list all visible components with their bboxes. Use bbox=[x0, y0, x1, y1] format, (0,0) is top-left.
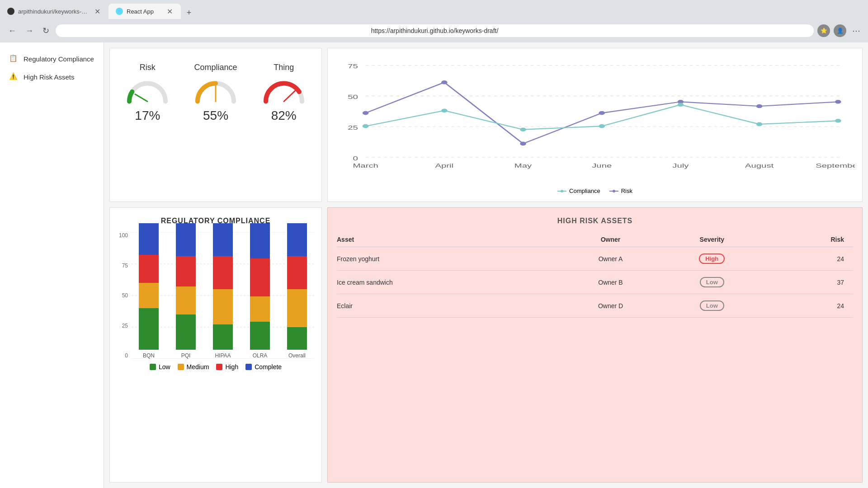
url-input[interactable] bbox=[56, 24, 814, 37]
bar-hipaa-medium bbox=[213, 289, 233, 324]
sidebar-item-high-risk-assets[interactable]: ⚠️ High Risk Assets bbox=[0, 68, 104, 86]
svg-text:0: 0 bbox=[353, 155, 358, 161]
gauge-thing: Thing 82% bbox=[253, 56, 314, 194]
profile-icon[interactable]: 👤 bbox=[834, 24, 846, 37]
y-label-0: 0 bbox=[117, 352, 128, 359]
bar-bqn-high bbox=[139, 255, 159, 283]
cell-severity-2: Low bbox=[660, 271, 764, 294]
bar-overall-complete bbox=[287, 223, 307, 256]
risk-table-title: HIGH RISK ASSETS bbox=[337, 217, 853, 225]
tab-react[interactable]: React App ✕ bbox=[108, 4, 181, 19]
line-chart-panel: 0 25 50 75 bbox=[327, 48, 863, 202]
svg-line-0 bbox=[135, 94, 147, 102]
back-button[interactable]: ← bbox=[5, 24, 19, 38]
extensions-icon[interactable]: ⭐ bbox=[817, 24, 830, 37]
cell-risk-2: 37 bbox=[764, 271, 853, 294]
gauge-compliance: Compliance 55% bbox=[185, 56, 246, 194]
app-container: 📋 Regulatory Compliance ⚠️ High Risk Ass… bbox=[0, 42, 868, 488]
bar-overall-high bbox=[287, 256, 307, 289]
legend-low-dot bbox=[150, 364, 156, 370]
svg-line-2 bbox=[284, 91, 295, 102]
cell-asset-1: Frozen yoghurt bbox=[337, 247, 561, 271]
severity-badge-high-1: High bbox=[699, 253, 725, 264]
bar-pqi-medium bbox=[176, 286, 196, 314]
cell-asset-2: Ice cream sandwich bbox=[337, 271, 561, 294]
gauge-thing-title: Thing bbox=[257, 63, 311, 72]
svg-point-21 bbox=[599, 124, 605, 128]
bar-pqi-complete bbox=[176, 223, 196, 256]
menu-icon[interactable]: ⋯ bbox=[850, 24, 863, 37]
svg-point-22 bbox=[678, 103, 684, 107]
col-risk: Risk bbox=[764, 232, 853, 247]
legend-low-label: Low bbox=[159, 363, 170, 371]
react-favicon bbox=[116, 8, 123, 15]
bar-bqn-low bbox=[139, 308, 159, 350]
bar-hipaa-label: HIPAA bbox=[215, 352, 231, 359]
sidebar-item-risk-label: High Risk Assets bbox=[24, 73, 75, 81]
bar-olra-label: OLRA bbox=[253, 352, 268, 359]
svg-point-11 bbox=[363, 111, 369, 115]
legend-medium: Medium bbox=[178, 363, 209, 371]
line-chart-svg: 0 25 50 75 bbox=[335, 56, 855, 182]
y-label-75: 75 bbox=[117, 263, 128, 269]
svg-point-33 bbox=[561, 190, 563, 192]
severity-badge-low-2: Low bbox=[700, 277, 724, 287]
cell-severity-3: Low bbox=[660, 294, 764, 318]
gauge-compliance-value: 55% bbox=[189, 108, 243, 123]
bar-overall-low bbox=[287, 327, 307, 350]
legend-risk: Risk bbox=[609, 188, 632, 194]
bar-bqn-label: BQN bbox=[143, 352, 155, 359]
bar-pqi-low bbox=[176, 314, 196, 350]
y-label-25: 25 bbox=[117, 323, 128, 329]
svg-point-17 bbox=[835, 100, 841, 104]
reload-button[interactable]: ↻ bbox=[40, 24, 52, 38]
bar-bqn-medium bbox=[139, 283, 159, 308]
legend-high-dot bbox=[216, 364, 222, 370]
cell-owner-3: Owner D bbox=[561, 294, 660, 318]
gauge-risk-value: 17% bbox=[121, 108, 175, 123]
top-section: Risk 17% Compliance 5 bbox=[104, 42, 868, 202]
sidebar-item-regulatory-compliance[interactable]: 📋 Regulatory Compliance bbox=[0, 50, 104, 68]
bar-olra-complete bbox=[250, 223, 270, 258]
gauge-risk-svg bbox=[125, 78, 170, 105]
legend-complete-dot bbox=[245, 364, 252, 370]
risk-table-panel: HIGH RISK ASSETS Asset Owner Severity Ri… bbox=[327, 207, 863, 483]
bar-group-overall: Overall bbox=[282, 223, 312, 359]
sidebar: 📋 Regulatory Compliance ⚠️ High Risk Ass… bbox=[0, 42, 104, 488]
tab-bar: arpithindukuri/keyworks-draft ✕ React Ap… bbox=[0, 0, 868, 19]
table-row: Ice cream sandwich Owner B Low 37 bbox=[337, 271, 853, 294]
legend-risk-label: Risk bbox=[621, 188, 632, 194]
cell-severity-1: High bbox=[660, 247, 764, 271]
bar-group-hipaa: HIPAA bbox=[208, 223, 238, 359]
cell-risk-3: 24 bbox=[764, 294, 853, 318]
tab-github[interactable]: arpithindukuri/keyworks-draft ✕ bbox=[0, 4, 108, 19]
cell-owner-1: Owner A bbox=[561, 247, 660, 271]
svg-text:75: 75 bbox=[348, 63, 358, 70]
svg-point-24 bbox=[835, 119, 841, 123]
forward-button[interactable]: → bbox=[23, 24, 36, 38]
svg-text:August: August bbox=[745, 162, 774, 169]
cell-risk-1: 24 bbox=[764, 247, 853, 271]
tab-github-close[interactable]: ✕ bbox=[94, 6, 101, 17]
gauge-compliance-svg bbox=[193, 78, 238, 105]
tab-react-title: React App bbox=[127, 8, 162, 15]
bar-chart-panel: REGULATORY COMPLIANCE 100 75 50 25 0 bbox=[109, 207, 322, 483]
legend-high-label: High bbox=[225, 363, 238, 371]
new-tab-button[interactable]: + bbox=[183, 6, 195, 19]
cell-owner-2: Owner B bbox=[561, 271, 660, 294]
line-chart-legend: Compliance Risk bbox=[335, 188, 855, 194]
bar-olra-low bbox=[250, 322, 270, 350]
bar-overall-medium bbox=[287, 289, 307, 327]
legend-compliance: Compliance bbox=[557, 188, 600, 194]
svg-point-16 bbox=[756, 104, 763, 108]
svg-point-19 bbox=[441, 108, 448, 113]
bar-hipaa-complete bbox=[213, 223, 233, 256]
tab-react-close[interactable]: ✕ bbox=[166, 6, 174, 17]
legend-complete: Complete bbox=[245, 363, 282, 371]
svg-point-35 bbox=[613, 190, 615, 192]
bar-olra-medium bbox=[250, 296, 270, 322]
high-risk-assets-icon: ⚠️ bbox=[9, 72, 18, 81]
svg-text:June: June bbox=[592, 162, 612, 169]
legend-medium-dot bbox=[178, 364, 184, 370]
svg-point-20 bbox=[520, 127, 526, 131]
